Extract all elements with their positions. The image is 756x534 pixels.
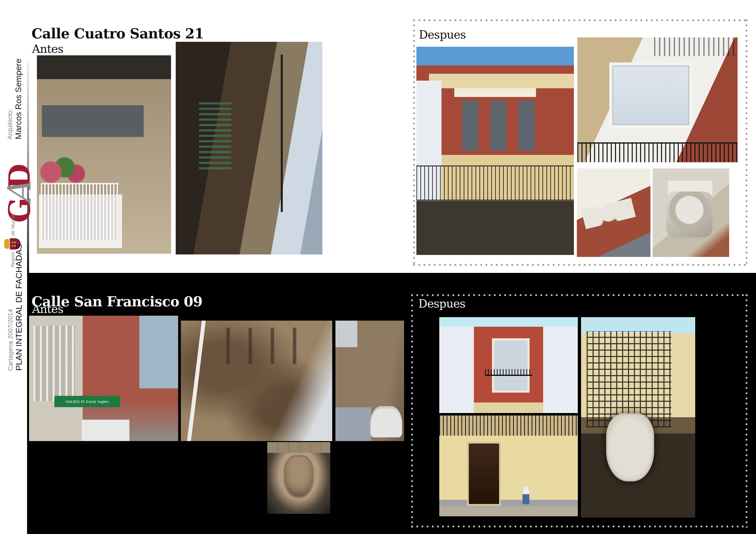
gad-letter-a: A [3,182,36,205]
dotted-border-left [413,19,415,266]
despues-label-san-francisco: Despues [418,298,465,309]
photo-antes-san-francisco-escudo [267,442,330,514]
photo-despues-cuatro-santos-mirador [577,38,738,162]
architect-block: Arquitecto: Marcos Ros Sempere [6,63,23,140]
storefront-sign: VIAJES El Corte Inglés [54,396,120,407]
dotted-border-right [745,294,748,528]
plan-block: Cartagena 2007/2014 PLAN INTEGRAL DE FAC… [7,272,23,371]
photo-antes-san-francisco-3 [336,320,404,441]
despues-box-san-francisco: Despues [411,294,748,528]
photo-despues-cuatro-santos-corbel [653,168,729,257]
photo-antes-san-francisco-2 [181,320,332,441]
gad-logo-letters: G A D [3,150,36,223]
dotted-border-bottom [411,525,748,528]
plan-era: Cartagena 2007/2014 [7,272,14,371]
dotted-border-top [413,19,748,21]
section-title-cuatro-santos: Calle Cuatro Santos 21 [32,27,204,40]
region-label-2: de Murcia [10,214,16,236]
architect-name: Marcos Ros Sempere [14,63,23,140]
plan-name: PLAN INTEGRAL DE FACHADAS [14,272,23,371]
despues-box-cuatro-santos: Despues [413,19,748,266]
photo-despues-san-francisco-street [439,416,578,516]
photo-antes-cuatro-santos-1 [37,55,171,254]
portfolio-page: Arquitecto: Marcos Ros Sempere G A D Reg… [0,0,756,534]
dotted-border-right [745,19,748,266]
despues-label-cuatro-santos: Despues [419,29,466,40]
dotted-border-left [411,294,413,528]
photo-antes-cuatro-santos-2 [176,42,322,254]
photo-despues-cuatro-santos-facade [417,47,574,255]
photo-despues-cuatro-santos-cornice [577,168,650,257]
gad-logo: G A D [3,150,36,223]
architect-label: Arquitecto: [6,63,14,140]
dotted-border-bottom [413,264,748,266]
photo-despues-san-francisco-escudo [581,317,695,518]
storefront-sign-text: VIAJES El Corte Inglés [66,399,109,404]
dotted-border-top [411,294,748,296]
sidebar: Arquitecto: Marcos Ros Sempere G A D Reg… [0,0,27,534]
antes-label-san-francisco: Antes [32,303,63,315]
antes-label-cuatro-santos: Antes [32,43,63,55]
photo-antes-san-francisco-1: VIAJES El Corte Inglés [29,316,178,441]
photo-despues-san-francisco-facade [439,317,578,413]
